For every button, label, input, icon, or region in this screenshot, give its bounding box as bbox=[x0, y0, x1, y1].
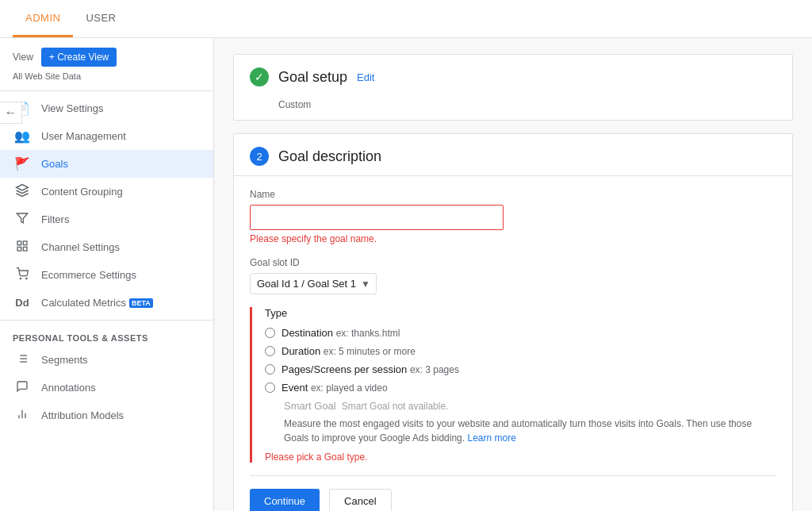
smart-goal-row: Smart Goal Smart Goal not available. Mea… bbox=[265, 400, 776, 445]
smart-goal-note: Smart Goal not available. bbox=[339, 401, 448, 412]
site-data-label: All Web Site Data bbox=[0, 70, 213, 87]
event-example: ex: played a video bbox=[311, 382, 388, 394]
check-circle-icon: ✓ bbox=[250, 67, 269, 86]
sidebar-item-attribution-models[interactable]: Attribution Models bbox=[0, 402, 213, 429]
content-grouping-icon bbox=[13, 183, 32, 201]
sidebar-item-label: Content Grouping bbox=[41, 186, 123, 198]
destination-radio[interactable] bbox=[265, 328, 275, 338]
goal-setup-card: ✓ Goal setup Edit Custom bbox=[233, 54, 793, 121]
goal-type-label: Custom bbox=[234, 99, 792, 120]
tab-user[interactable]: USER bbox=[73, 1, 128, 37]
view-label: View bbox=[13, 52, 33, 63]
back-arrow-button[interactable]: ← bbox=[0, 102, 22, 124]
goal-slot-form-group: Goal slot ID Goal Id 1 / Goal Set 1 Goal… bbox=[250, 257, 776, 294]
edit-link[interactable]: Edit bbox=[357, 71, 374, 83]
sidebar-item-label: User Management bbox=[41, 130, 126, 142]
sidebar-item-view-settings[interactable]: 📄 View Settings bbox=[0, 94, 213, 122]
duration-example: ex: 5 minutes or more bbox=[324, 346, 416, 357]
sidebar-item-annotations[interactable]: Annotations bbox=[0, 374, 213, 402]
svg-rect-1 bbox=[17, 241, 21, 245]
goal-slot-label: Goal slot ID bbox=[250, 257, 776, 268]
sidebar-item-label: Annotations bbox=[41, 382, 96, 394]
goal-slot-select[interactable]: Goal Id 1 / Goal Set 1 Goal Id 2 / Goal … bbox=[250, 273, 377, 294]
goal-type-error: Please pick a Goal type. bbox=[265, 451, 776, 463]
calculated-metrics-icon: Dd bbox=[13, 297, 32, 309]
sidebar-item-label: Segments bbox=[41, 354, 88, 366]
type-section: Type Destination ex: thanks.html Duratio… bbox=[250, 307, 776, 463]
destination-example: ex: thanks.html bbox=[336, 328, 400, 339]
personal-tools-label: PERSONAL TOOLS & ASSETS bbox=[0, 324, 213, 346]
cancel-button[interactable]: Cancel bbox=[329, 489, 391, 511]
goal-slot-dropdown-wrapper: Goal Id 1 / Goal Set 1 Goal Id 2 / Goal … bbox=[250, 273, 377, 294]
event-radio-row: Event ex: played a video bbox=[265, 382, 776, 394]
sidebar-item-label: Ecommerce Settings bbox=[41, 269, 136, 281]
channel-settings-icon bbox=[13, 240, 32, 256]
sidebar-item-segments[interactable]: Segments bbox=[0, 346, 213, 374]
duration-label[interactable]: Duration ex: 5 minutes or more bbox=[282, 345, 416, 357]
name-input[interactable] bbox=[250, 205, 504, 230]
event-main-label: Event bbox=[282, 382, 308, 394]
sidebar-item-label: View Settings bbox=[41, 102, 104, 114]
continue-button[interactable]: Continue bbox=[250, 489, 320, 511]
goal-setup-title: Goal setup bbox=[278, 69, 347, 86]
pages-screens-radio[interactable] bbox=[265, 364, 275, 375]
svg-rect-4 bbox=[17, 247, 21, 251]
smart-goal-description: Measure the most engaged visits to your … bbox=[284, 417, 760, 445]
duration-main-label: Duration bbox=[282, 345, 320, 357]
goal-description-body: Name Please specify the goal name. Goal … bbox=[234, 176, 792, 511]
name-label: Name bbox=[250, 189, 776, 200]
attribution-models-icon bbox=[13, 408, 32, 424]
duration-radio[interactable] bbox=[265, 346, 275, 356]
sidebar-item-label: Goals bbox=[41, 158, 68, 170]
sidebar-item-calculated-metrics[interactable]: Dd Calculated Metrics BETA bbox=[0, 289, 213, 317]
goal-description-title: Goal description bbox=[278, 148, 381, 165]
main-layout: View + Create View All Web Site Data ← 📄… bbox=[0, 38, 812, 511]
duration-radio-row: Duration ex: 5 minutes or more bbox=[265, 345, 776, 357]
ecommerce-settings-icon bbox=[13, 267, 32, 283]
name-form-group: Name Please specify the goal name. bbox=[250, 189, 776, 244]
sidebar-item-label: Channel Settings bbox=[41, 241, 120, 253]
sidebar-item-channel-settings[interactable]: Channel Settings bbox=[0, 233, 213, 261]
sidebar-item-label: Calculated Metrics bbox=[41, 297, 126, 309]
pages-screens-label[interactable]: Pages/Screens per session ex: 3 pages bbox=[282, 363, 459, 375]
sidebar-item-goals[interactable]: 🚩 Goals bbox=[0, 150, 213, 178]
destination-main-label: Destination bbox=[282, 327, 333, 339]
type-heading: Type bbox=[265, 307, 776, 319]
sidebar: View + Create View All Web Site Data ← 📄… bbox=[0, 38, 214, 511]
beta-badge: BETA bbox=[129, 298, 153, 308]
destination-radio-row: Destination ex: thanks.html bbox=[265, 327, 776, 339]
sidebar-item-label: Filters bbox=[41, 213, 69, 225]
learn-more-link[interactable]: Learn more bbox=[467, 432, 515, 444]
svg-point-5 bbox=[20, 278, 21, 279]
sidebar-item-filters[interactable]: Filters bbox=[0, 206, 213, 233]
svg-rect-3 bbox=[23, 247, 27, 251]
top-nav: ADMIN USER bbox=[0, 0, 812, 38]
sidebar-item-label: Attribution Models bbox=[41, 409, 124, 421]
svg-point-6 bbox=[26, 278, 27, 279]
goal-setup-header: ✓ Goal setup Edit bbox=[234, 55, 792, 99]
destination-label[interactable]: Destination ex: thanks.html bbox=[282, 327, 400, 339]
main-content: ✓ Goal setup Edit Custom 2 Goal descript… bbox=[214, 38, 812, 511]
goal-description-card: 2 Goal description Name Please specify t… bbox=[233, 133, 793, 511]
step-2-circle: 2 bbox=[250, 147, 269, 166]
pages-screens-radio-row: Pages/Screens per session ex: 3 pages bbox=[265, 363, 776, 375]
segments-icon bbox=[13, 352, 32, 368]
sidebar-item-content-grouping[interactable]: Content Grouping bbox=[0, 178, 213, 206]
event-radio[interactable] bbox=[265, 382, 275, 393]
pages-screens-example: ex: 3 pages bbox=[410, 364, 459, 375]
goals-icon: 🚩 bbox=[13, 156, 32, 171]
view-row: View + Create View bbox=[0, 38, 213, 70]
event-label[interactable]: Event ex: played a video bbox=[282, 382, 388, 394]
annotations-icon bbox=[13, 380, 32, 396]
tab-admin[interactable]: ADMIN bbox=[13, 1, 73, 37]
svg-rect-2 bbox=[23, 241, 27, 245]
svg-marker-0 bbox=[17, 213, 27, 223]
goal-description-header: 2 Goal description bbox=[234, 134, 792, 176]
name-error: Please specify the goal name. bbox=[250, 233, 776, 244]
form-buttons: Continue Cancel bbox=[250, 475, 776, 511]
sidebar-item-ecommerce-settings[interactable]: Ecommerce Settings bbox=[0, 261, 213, 289]
sidebar-item-user-management[interactable]: 👥 User Management bbox=[0, 122, 213, 150]
user-management-icon: 👥 bbox=[13, 129, 32, 144]
filters-icon bbox=[13, 212, 32, 228]
create-view-button[interactable]: + Create View bbox=[41, 48, 117, 67]
